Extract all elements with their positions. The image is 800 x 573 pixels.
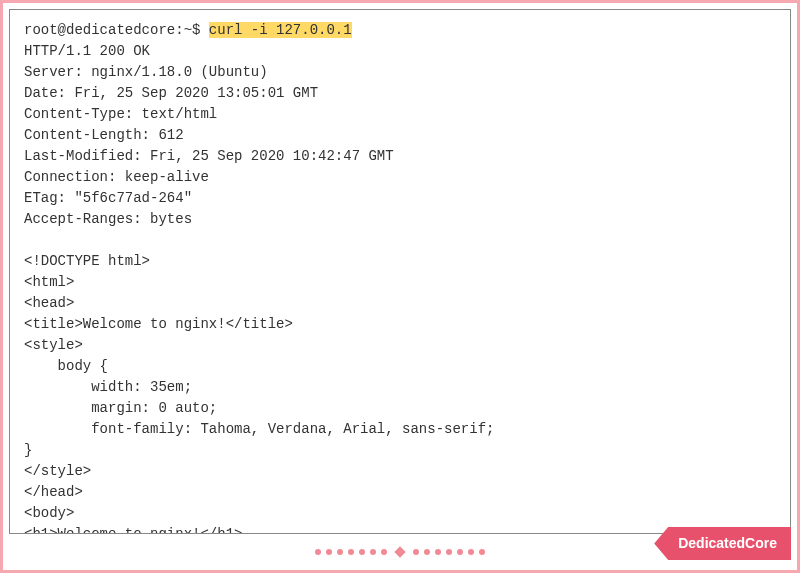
decorative-dots: [315, 548, 485, 556]
http-body-line: width: 35em;: [24, 377, 776, 398]
http-header-line: Connection: keep-alive: [24, 167, 776, 188]
http-headers-block: HTTP/1.1 200 OKServer: nginx/1.18.0 (Ubu…: [24, 41, 776, 230]
dot-icon: [337, 549, 343, 555]
http-body-line: body {: [24, 356, 776, 377]
dot-icon: [348, 549, 354, 555]
http-header-line: Date: Fri, 25 Sep 2020 13:05:01 GMT: [24, 83, 776, 104]
http-body-line: }: [24, 440, 776, 461]
http-header-line: ETag: "5f6c77ad-264": [24, 188, 776, 209]
dot-icon: [370, 549, 376, 555]
shell-prompt-line: root@dedicatedcore:~$ curl -i 127.0.0.1: [24, 20, 776, 41]
http-body-line: <body>: [24, 503, 776, 524]
dot-icon: [446, 549, 452, 555]
screenshot-frame: root@dedicatedcore:~$ curl -i 127.0.0.1 …: [0, 0, 800, 573]
http-body-line: <head>: [24, 293, 776, 314]
http-header-line: Last-Modified: Fri, 25 Sep 2020 10:42:47…: [24, 146, 776, 167]
http-body-line: </head>: [24, 482, 776, 503]
diamond-icon: [394, 546, 405, 557]
shell-prompt: root@dedicatedcore:~$: [24, 22, 209, 38]
brand-badge: DedicatedCore: [654, 527, 791, 560]
dot-icon: [315, 549, 321, 555]
dot-icon: [479, 549, 485, 555]
http-header-line: Accept-Ranges: bytes: [24, 209, 776, 230]
http-body-block: <!DOCTYPE html><html><head><title>Welcom…: [24, 251, 776, 534]
http-body-line: <html>: [24, 272, 776, 293]
dot-icon: [468, 549, 474, 555]
http-header-line: HTTP/1.1 200 OK: [24, 41, 776, 62]
dot-icon: [326, 549, 332, 555]
dot-icon: [413, 549, 419, 555]
http-body-line: </style>: [24, 461, 776, 482]
http-body-line: <h1>Welcome to nginx!</h1>: [24, 524, 776, 534]
http-body-line: font-family: Tahoma, Verdana, Arial, san…: [24, 419, 776, 440]
http-body-line: <!DOCTYPE html>: [24, 251, 776, 272]
dot-icon: [381, 549, 387, 555]
blank-line: [24, 230, 776, 251]
terminal-window[interactable]: root@dedicatedcore:~$ curl -i 127.0.0.1 …: [9, 9, 791, 534]
http-header-line: Server: nginx/1.18.0 (Ubuntu): [24, 62, 776, 83]
http-header-line: Content-Type: text/html: [24, 104, 776, 125]
http-header-line: Content-Length: 612: [24, 125, 776, 146]
dot-icon: [424, 549, 430, 555]
shell-command: curl -i 127.0.0.1: [209, 22, 352, 38]
http-body-line: <title>Welcome to nginx!</title>: [24, 314, 776, 335]
dot-icon: [457, 549, 463, 555]
http-body-line: <style>: [24, 335, 776, 356]
footer-bar: DedicatedCore: [9, 540, 791, 564]
http-body-line: margin: 0 auto;: [24, 398, 776, 419]
dot-icon: [359, 549, 365, 555]
dot-icon: [435, 549, 441, 555]
